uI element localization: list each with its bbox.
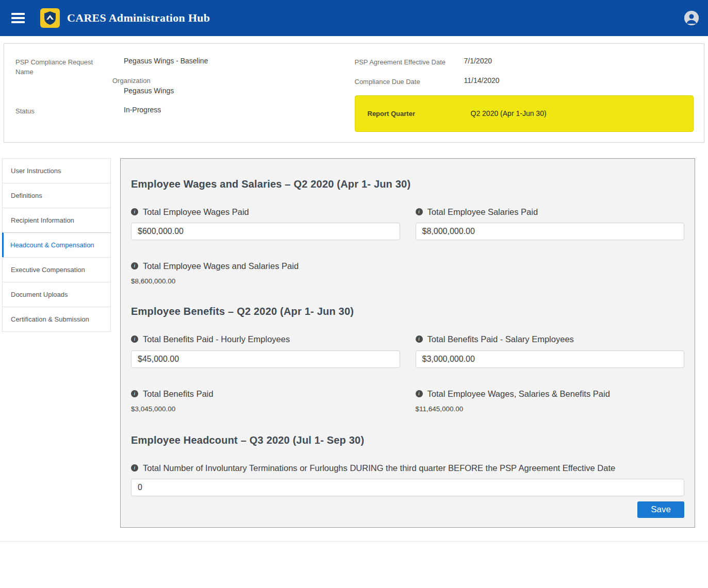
report-quarter-highlight: Report Quarter Q2 2020 (Apr 1-Jun 30) <box>355 95 694 132</box>
shield-icon <box>43 11 57 25</box>
involuntary-terminations-field: Total Number of Involuntary Terminations… <box>131 462 684 497</box>
user-avatar-icon[interactable] <box>684 11 699 25</box>
total-benefits-field: Total Benefits Paid $3,045,000.00 <box>131 388 400 413</box>
report-quarter-value: Q2 2020 (Apr 1-Jun 30) <box>459 109 547 117</box>
total-wages-salaries-value: $8,600,000.00 <box>131 277 684 285</box>
summary-left-column: PSP Compliance Request Name Pegasus Wing… <box>15 56 355 132</box>
info-icon[interactable] <box>131 262 138 270</box>
save-button[interactable]: Save <box>637 501 684 518</box>
sidebar-item-user-instructions[interactable]: User Instructions <box>2 158 111 183</box>
sidebar-item-recipient-information[interactable]: Recipient Information <box>2 208 111 233</box>
hamburger-menu-icon[interactable] <box>11 12 27 24</box>
section-nav-sidebar: User Instructions Definitions Recipient … <box>2 158 111 332</box>
benefits-hourly-label: Total Benefits Paid - Hourly Employees <box>143 333 290 346</box>
info-icon[interactable] <box>131 390 138 397</box>
benefits-hourly-field: Total Benefits Paid - Hourly Employees <box>131 333 400 368</box>
benefits-hourly-input[interactable] <box>131 350 400 368</box>
organization-label: Organization <box>112 77 208 85</box>
total-benefits-value: $3,045,000.00 <box>131 405 400 413</box>
total-wages-salaries-benefits-field: Total Employee Wages, Salaries & Benefit… <box>416 388 685 413</box>
headcount-section-title: Employee Headcount – Q3 2020 (Jul 1- Sep… <box>131 434 684 446</box>
wages-section-title: Employee Wages and Salaries – Q2 2020 (A… <box>131 178 684 190</box>
involuntary-terminations-label: Total Number of Involuntary Terminations… <box>143 462 615 475</box>
total-wages-salaries-benefits-label: Total Employee Wages, Salaries & Benefit… <box>427 388 610 400</box>
info-icon[interactable] <box>131 464 138 472</box>
request-name-label: PSP Compliance Request Name <box>15 56 107 96</box>
status-label: Status <box>15 105 107 116</box>
info-icon[interactable] <box>416 335 423 343</box>
sidebar-item-headcount-compensation[interactable]: Headcount & Compensation <box>2 232 111 258</box>
benefits-section-title: Employee Benefits – Q2 2020 (Apr 1- Jun … <box>131 306 684 317</box>
organization-value: Pegasus Wings <box>124 86 208 96</box>
footer-divider <box>0 541 708 542</box>
total-wages-field: Total Employee Wages Paid <box>131 206 400 241</box>
sidebar-item-executive-compensation[interactable]: Executive Compensation <box>2 257 111 282</box>
sidebar-item-definitions[interactable]: Definitions <box>2 183 111 208</box>
report-quarter-label: Report Quarter <box>368 110 459 117</box>
total-wages-salaries-benefits-value: $11,645,000.00 <box>416 405 685 413</box>
app-title: CARES Administration Hub <box>67 11 210 25</box>
effective-date-value: 7/1/2020 <box>464 56 492 68</box>
total-wages-salaries-field: Total Employee Wages and Salaries Paid $… <box>131 260 684 285</box>
benefits-salary-field: Total Benefits Paid - Salary Employees <box>416 333 685 368</box>
total-salaries-field: Total Employee Salaries Paid <box>416 206 685 241</box>
benefits-salary-label: Total Benefits Paid - Salary Employees <box>427 333 574 346</box>
status-value: In-Progress <box>124 105 161 115</box>
total-wages-salaries-label: Total Employee Wages and Salaries Paid <box>143 260 299 273</box>
headcount-compensation-form: Employee Wages and Salaries – Q2 2020 (A… <box>120 158 695 528</box>
total-salaries-input[interactable] <box>416 223 685 240</box>
info-icon[interactable] <box>416 390 423 397</box>
compliance-summary-card: PSP Compliance Request Name Pegasus Wing… <box>4 43 704 143</box>
total-wages-label: Total Employee Wages Paid <box>143 206 249 219</box>
total-benefits-label: Total Benefits Paid <box>143 388 213 400</box>
sidebar-item-document-uploads[interactable]: Document Uploads <box>2 282 111 307</box>
info-icon[interactable] <box>131 335 138 343</box>
sidebar-item-certification-submission[interactable]: Certification & Submission <box>2 307 111 332</box>
benefits-salary-input[interactable] <box>416 350 685 368</box>
total-salaries-label: Total Employee Salaries Paid <box>427 206 538 219</box>
summary-right-column: PSP Agreement Effective Date 7/1/2020 Co… <box>355 56 694 132</box>
total-wages-input[interactable] <box>131 223 400 240</box>
due-date-value: 11/14/2020 <box>464 76 500 87</box>
info-icon[interactable] <box>131 208 138 215</box>
effective-date-label: PSP Agreement Effective Date <box>355 56 464 68</box>
info-icon[interactable] <box>416 208 423 215</box>
app-header: CARES Administration Hub <box>0 0 708 36</box>
due-date-label: Compliance Due Date <box>355 76 464 87</box>
app-logo-icon <box>40 8 60 28</box>
request-name-value: Pegasus Wings - Baseline <box>124 56 208 66</box>
involuntary-terminations-input[interactable] <box>131 479 684 496</box>
